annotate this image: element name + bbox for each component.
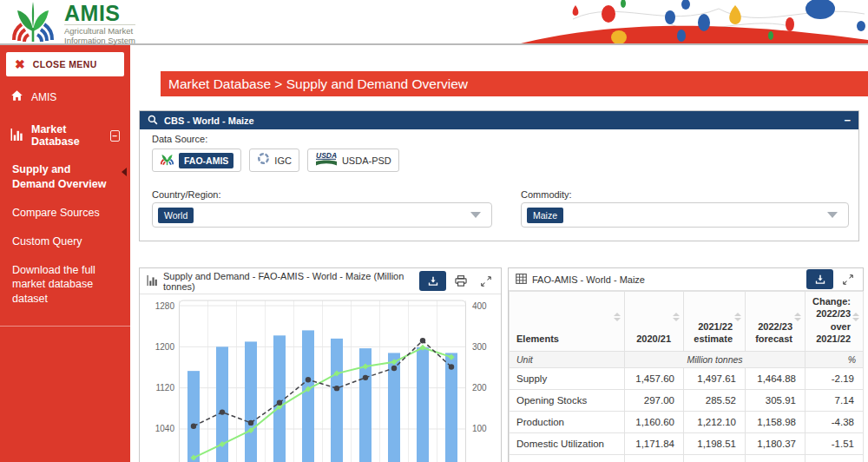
sort-icon <box>673 313 680 321</box>
supply-demand-chart: 1280120011201040400300200100 <box>140 294 501 462</box>
chart-print-button[interactable] <box>450 271 471 291</box>
cell-value: 297.00 <box>625 390 684 412</box>
search-icon <box>148 113 158 129</box>
cell-value: 1,198.51 <box>684 433 746 455</box>
unit-row: Unit Million tonnes % <box>510 352 864 368</box>
cbs-filter-panel: CBS - World - Maize − Data Source: <box>139 110 859 241</box>
sort-icon <box>852 313 859 321</box>
sidebar-item-label: Compare Sources <box>12 207 100 219</box>
sidebar-item-label: Download the full market database datase… <box>12 264 95 306</box>
cell-value: 1,158.98 <box>746 412 806 433</box>
unit-percent: % <box>806 352 864 368</box>
source-button-usda-psd[interactable]: USDA USDA-PSD <box>307 148 399 172</box>
sidebar-item-custom-query[interactable]: Custom Query <box>0 228 130 256</box>
chart-panel-header: Supply and Demand - FAO-AMIS - World - M… <box>140 268 501 294</box>
bar-chart-icon <box>10 129 23 143</box>
sidebar-item-label: AMIS <box>31 91 56 103</box>
amis-logo-text: AMIS Agricultural Market Information Sys… <box>64 2 135 45</box>
table-panel-header: FAO-AMIS - World - Maize <box>509 268 863 291</box>
sidebar-item-label: Custom Query <box>12 235 82 248</box>
country-region-label: Country/Region: <box>152 189 221 200</box>
svg-text:1120: 1120 <box>155 383 174 393</box>
cell-value: 1,180.37 <box>746 433 806 455</box>
unit-tonnes: Million tonnes <box>625 352 806 368</box>
close-icon: ✖ <box>15 58 25 70</box>
fao-amis-logo-icon <box>160 152 174 169</box>
sidebar-item-supply-demand-overview[interactable]: Supply and Demand Overview <box>0 155 130 199</box>
sidebar-item-compare-sources[interactable]: Compare Sources <box>0 199 130 228</box>
country-region-select[interactable]: World <box>152 202 492 228</box>
svg-text:100: 100 <box>472 424 487 433</box>
supply-demand-table-panel: FAO-AMIS - World - Maize Elements 2020/2… <box>508 267 864 462</box>
active-item-arrow-icon <box>122 168 127 176</box>
svg-text:USDA: USDA <box>316 151 337 160</box>
usda-logo-icon: USDA <box>315 151 338 169</box>
chart-download-button[interactable] <box>419 271 446 291</box>
cbs-panel-body: Data Source: FAO-AMIS <box>140 129 858 241</box>
collapse-section-icon[interactable]: − <box>110 130 120 142</box>
cbs-panel-header: CBS - World - Maize − <box>140 111 858 129</box>
cell-element: Opening Stocks <box>510 390 625 412</box>
table-row: Food Use143.21145.54147.051.03 <box>510 455 864 462</box>
column-header-2021-22[interactable]: 2021/22 estimate <box>684 292 746 352</box>
logo-subtitle-2: Information System <box>64 36 135 45</box>
cell-value: 1,464.88 <box>746 368 806 390</box>
svg-text:400: 400 <box>472 301 487 311</box>
svg-text:300: 300 <box>472 342 487 352</box>
commodity-select[interactable]: Maize <box>521 202 849 228</box>
table-header-row: Elements 2020/21 2021/22 estimate 2022/2… <box>510 292 864 352</box>
commodity-tag: Maize <box>527 208 563 223</box>
source-label: FAO-AMIS <box>179 153 233 168</box>
sidebar-item-amis[interactable]: AMIS <box>0 82 130 112</box>
source-button-igc[interactable]: IGC <box>249 148 299 172</box>
country-tag: World <box>158 208 194 223</box>
cell-value: 1,212.10 <box>684 412 746 433</box>
cell-value: 285.52 <box>684 390 746 412</box>
column-header-2020-21[interactable]: 2020/21 <box>625 292 684 352</box>
table-panel-title: FAO-AMIS - World - Maize <box>532 274 645 285</box>
sort-icon <box>734 313 741 321</box>
table-expand-button[interactable] <box>838 269 858 289</box>
column-header-2022-23[interactable]: 2022/23 forecast <box>746 292 806 352</box>
column-header-elements[interactable]: Elements <box>510 292 625 352</box>
header-decoration <box>521 0 868 47</box>
cell-value: 1,497.61 <box>684 368 746 390</box>
cell-value: 147.05 <box>746 455 806 462</box>
svg-text:1040: 1040 <box>155 424 175 433</box>
cell-value: 145.54 <box>684 455 746 462</box>
table-download-button[interactable] <box>806 269 833 289</box>
cbs-panel-title: CBS - World - Maize <box>164 116 254 126</box>
cell-element: Food Use <box>510 455 625 462</box>
cell-value: 143.21 <box>625 455 684 462</box>
logo-title: AMIS <box>64 2 135 24</box>
chart-icon <box>147 274 158 289</box>
svg-text:200: 200 <box>472 383 487 393</box>
close-menu-button[interactable]: ✖ CLOSE MENU <box>6 52 124 76</box>
svg-text:1280: 1280 <box>155 301 175 311</box>
svg-text:1200: 1200 <box>155 342 175 352</box>
column-header-change[interactable]: Change: 2022/23 over 2021/22 <box>806 292 864 352</box>
data-source-buttons: FAO-AMIS IGC USDA <box>152 148 399 172</box>
supply-demand-table: Elements 2020/21 2021/22 estimate 2022/2… <box>509 291 864 462</box>
chart-panel-title: Supply and Demand - FAO-AMIS - World - M… <box>163 271 414 292</box>
source-button-fao-amis[interactable]: FAO-AMIS <box>152 148 241 172</box>
cell-element: Domestic Utilization <box>510 433 625 455</box>
logo-subtitle-1: Agricultural Market <box>64 26 135 36</box>
cell-value: -1.51 <box>806 433 864 455</box>
close-menu-label: CLOSE MENU <box>33 59 97 69</box>
sd-table-body: Supply1,457.601,497.611,464.88-2.19Openi… <box>510 368 864 462</box>
chart-expand-button[interactable] <box>476 271 496 291</box>
sidebar: ✖ CLOSE MENU AMIS Market Database − Supp… <box>0 45 130 462</box>
breadcrumb: Market Database > Supply and Demand Over… <box>161 71 868 96</box>
top-header: AMIS Agricultural Market Information Sys… <box>0 0 868 45</box>
supply-demand-chart-panel: Supply and Demand - FAO-AMIS - World - M… <box>139 267 502 462</box>
sidebar-item-market-database[interactable]: Market Database − <box>0 112 130 155</box>
commodity-label: Commodity: <box>521 189 572 200</box>
sidebar-item-download-dataset[interactable]: Download the full market database datase… <box>0 256 130 314</box>
data-source-label: Data Source: <box>152 134 207 144</box>
collapse-panel-icon[interactable]: − <box>844 116 851 125</box>
amis-logo-icon <box>9 2 57 46</box>
sidebar-item-label: Supply and Demand Overview <box>12 163 106 190</box>
amis-logo[interactable]: AMIS Agricultural Market Information Sys… <box>9 2 135 46</box>
cell-value: 7.14 <box>806 390 864 412</box>
